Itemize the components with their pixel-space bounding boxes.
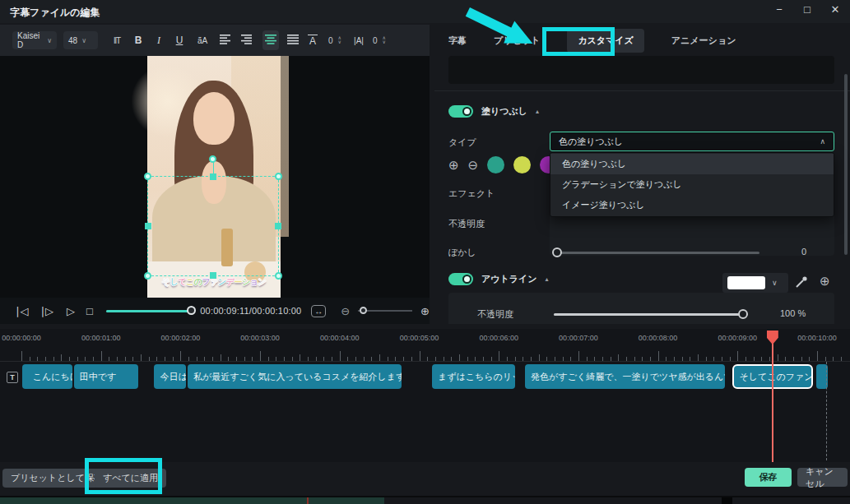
fit-icon[interactable]: ↔: [311, 305, 326, 317]
ruler-tick: [228, 357, 229, 361]
fill-type-select[interactable]: 色の塗りつぶし ∧: [550, 132, 834, 151]
timeline-ruler[interactable]: 00:00:00:0000:00:01:0000:00:02:0000:00:0…: [0, 329, 850, 362]
handle-top[interactable]: [210, 173, 216, 180]
remove-color-icon[interactable]: ⊖: [468, 158, 479, 173]
rotate-handle[interactable]: [209, 155, 216, 163]
tab-0[interactable]: 字幕: [448, 35, 467, 47]
handle-right[interactable]: [275, 223, 281, 229]
divider: [434, 90, 850, 91]
letter-spacing-stepper[interactable]: 0 ∧∨: [328, 36, 341, 45]
fill-type-option-0[interactable]: 色の塗りつぶし: [550, 154, 834, 174]
handle-bottom[interactable]: [210, 272, 216, 279]
handle-bottom-right[interactable]: [275, 272, 282, 280]
color-swatch-1[interactable]: [513, 156, 531, 173]
align-justify-button[interactable]: [287, 33, 299, 48]
ruler-label: 00:00:02:00: [161, 334, 201, 342]
font-size-select[interactable]: 48 ∨: [63, 31, 98, 49]
outline-color-select[interactable]: ∨: [722, 273, 788, 293]
ruler-tick: [546, 357, 547, 361]
align-left-button[interactable]: [220, 33, 231, 48]
ruler-tick: [713, 357, 714, 361]
handle-left[interactable]: [145, 223, 151, 229]
close-icon[interactable]: ✕: [827, 3, 843, 16]
chevron-down-icon: ∨: [81, 37, 86, 44]
video-preview: そしてこのファンデーション: [0, 56, 430, 298]
subtitle-selection-box[interactable]: [147, 176, 279, 276]
text-case-icon[interactable]: ãA: [193, 36, 212, 45]
subtitle-clip-1[interactable]: こんにちは、: [27, 364, 72, 389]
align-right-button[interactable]: [240, 33, 252, 48]
zoom-in-icon[interactable]: ⊕: [420, 305, 430, 317]
outline-toggle[interactable]: [448, 273, 473, 285]
next-frame-button[interactable]: ∣▷: [40, 305, 54, 317]
outline-opacity-slider[interactable]: [554, 313, 748, 316]
background-playhead: [307, 497, 309, 504]
color-swatch-0[interactable]: [487, 156, 504, 173]
ruler-tick: [188, 357, 189, 361]
subtitle-clip-6[interactable]: 発色がすごく綺麗で、一塗りでツヤ感が出るんです: [525, 364, 725, 389]
handle-bottom-left[interactable]: [144, 272, 151, 280]
previous-frame-button[interactable]: ∣◁: [15, 305, 29, 317]
blur-value: 0: [801, 247, 806, 257]
vertical-text-icon[interactable]: ‖T: [109, 36, 124, 45]
subtitle-clip-4[interactable]: 私が最近すごく気に入っているコスメを紹介します: [188, 364, 402, 389]
ruler-tick: [340, 351, 341, 361]
playback-controls: ∣◁ ∣▷ ▷ □ 00:00:09:11/00:00:10:00 ↔ ⊖ ⊕: [0, 298, 430, 324]
tab-1[interactable]: プリセット: [494, 35, 540, 47]
fill-type-option-2[interactable]: イメージ塗りつぶし: [550, 195, 834, 215]
ruler-tick: [316, 357, 317, 361]
fill-type-label: タイプ: [448, 136, 476, 149]
align-center-button[interactable]: [262, 30, 279, 50]
underline-button[interactable]: U: [172, 35, 187, 46]
ruler-tick: [420, 351, 420, 361]
add-color-icon[interactable]: ⊕: [448, 158, 459, 173]
ruler-tick: [221, 354, 221, 361]
save-button[interactable]: 保存: [745, 468, 792, 487]
play-button[interactable]: ▷: [67, 305, 75, 317]
fill-type-option-1[interactable]: グラデーションで塗りつぶし: [550, 174, 834, 195]
text-overline-icon[interactable]: A: [308, 35, 318, 47]
ruler-tick: [85, 357, 86, 361]
subtitle-text-box[interactable]: [448, 56, 834, 84]
chevron-down-icon: ∨: [47, 37, 52, 44]
person-face: [193, 92, 235, 145]
fill-toggle[interactable]: [448, 105, 473, 118]
font-family-select[interactable]: Kaisei D ∨: [12, 31, 57, 49]
eyedropper-icon[interactable]: [794, 275, 809, 289]
ruler-tick: [125, 357, 126, 361]
kerning-stepper[interactable]: 0 ∧∨: [373, 36, 386, 45]
ruler-tick: [37, 357, 38, 361]
minimize-icon[interactable]: −: [771, 3, 787, 16]
ruler-tick: [682, 357, 683, 361]
zoom-out-icon[interactable]: ⊖: [341, 305, 350, 317]
subtitle-clip-3[interactable]: 今日は: [154, 364, 186, 389]
panel-scrollbar[interactable]: [844, 74, 848, 255]
italic-button[interactable]: I: [151, 35, 166, 47]
subtitle-clip-5[interactable]: まずはこちらのリップ: [432, 364, 515, 389]
ruler-tick: [578, 351, 579, 361]
ruler-label: 00:00:10:00: [797, 334, 837, 342]
bold-button[interactable]: B: [131, 35, 146, 46]
add-outline-icon[interactable]: ⊕: [820, 274, 830, 289]
stop-button[interactable]: □: [86, 305, 93, 317]
ruler-tick: [785, 357, 786, 361]
ruler-tick: [611, 357, 611, 361]
title-bar: 字幕ファイルの編集 − □ ✕: [0, 0, 850, 23]
subtitle-clip-2[interactable]: 田中です: [74, 364, 138, 389]
text-track-icon: T: [7, 372, 18, 383]
playhead-line[interactable]: [772, 337, 773, 462]
background-gap: [722, 497, 732, 504]
playback-progress-slider[interactable]: [106, 310, 190, 312]
ruler-tick: [444, 357, 444, 361]
maximize-icon[interactable]: □: [799, 3, 815, 16]
preview-zoom-slider[interactable]: [358, 310, 412, 312]
collapse-icon[interactable]: ▴: [546, 275, 549, 283]
handle-top-left[interactable]: [144, 173, 151, 180]
handle-top-right[interactable]: [275, 173, 282, 180]
blur-slider[interactable]: [554, 252, 759, 254]
outline-opacity-label: 不透明度: [477, 308, 513, 321]
video-frame[interactable]: そしてこのファンデーション: [147, 56, 281, 298]
collapse-icon[interactable]: ▴: [536, 108, 539, 115]
cancel-button[interactable]: キャンセル: [797, 468, 848, 487]
tab-3[interactable]: アニメーション: [671, 35, 736, 47]
